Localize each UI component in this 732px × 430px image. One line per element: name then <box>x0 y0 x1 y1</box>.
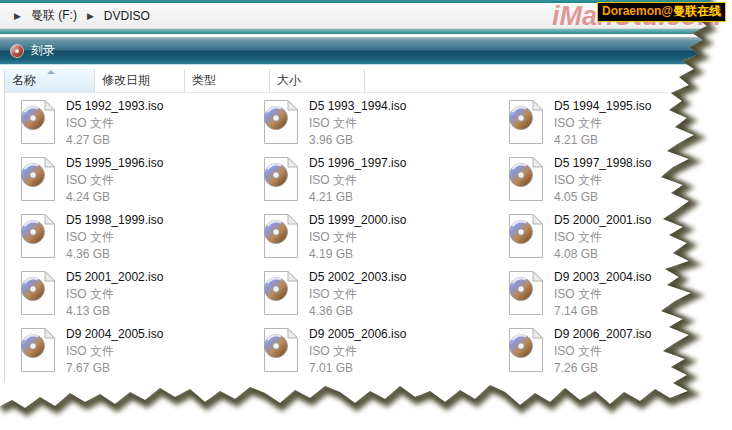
iso-file-icon <box>19 213 57 259</box>
file-item[interactable]: D5 1999_2000.iso ISO 文件 4.19 GB <box>262 211 507 268</box>
file-name: D5 1992_1993.iso <box>66 98 163 115</box>
iso-file-icon <box>507 156 545 202</box>
column-header-name[interactable]: 名称 <box>5 69 95 92</box>
file-type: ISO 文件 <box>309 172 406 189</box>
column-header-label: 大小 <box>277 72 301 89</box>
file-item[interactable]: D5 1994_1995.iso ISO 文件 4.21 GB <box>507 97 732 154</box>
explorer-window: ▶ 曼联 (F:) ▶ DVDISO 刻录 名称 修改日期 类型 <box>0 0 732 430</box>
file-name: D5 1997_1998.iso <box>554 155 651 172</box>
file-item[interactable]: D5 1993_1994.iso ISO 文件 3.96 GB <box>262 97 507 154</box>
iso-file-icon <box>262 327 300 373</box>
iso-file-icon <box>19 327 57 373</box>
file-name: D5 1998_1999.iso <box>66 212 163 229</box>
file-item[interactable]: D9 2003_2004.iso ISO 文件 7.14 GB <box>507 268 732 325</box>
file-name: D9 2005_2006.iso <box>309 326 406 343</box>
breadcrumb-item-drive[interactable]: 曼联 (F:) <box>28 5 80 26</box>
column-header-label: 类型 <box>192 72 216 89</box>
file-item[interactable]: D5 1996_1997.iso ISO 文件 4.21 GB <box>262 154 507 211</box>
file-item-text: D5 2001_2002.iso ISO 文件 4.13 GB <box>66 268 163 320</box>
file-size: 4.21 GB <box>309 189 406 206</box>
toolbar: 刻录 <box>0 37 732 65</box>
column-headers: 名称 修改日期 类型 大小 <box>5 69 732 93</box>
file-name: D5 2002_2003.iso <box>309 269 406 286</box>
file-size: 7.01 GB <box>309 360 406 377</box>
file-item[interactable]: D9 2004_2005.iso ISO 文件 7.67 GB <box>19 325 262 382</box>
file-item-text: D5 1995_1996.iso ISO 文件 4.24 GB <box>66 154 163 206</box>
file-type: ISO 文件 <box>309 115 406 132</box>
file-size: 4.05 GB <box>554 189 651 206</box>
burn-button[interactable]: 刻录 <box>31 42 55 59</box>
file-size: 4.08 GB <box>554 246 651 263</box>
watermark-badge-site: 曼联在线 <box>673 4 721 18</box>
file-item[interactable]: D5 2002_2003.iso ISO 文件 4.36 GB <box>262 268 507 325</box>
file-size: 7.26 GB <box>554 360 651 377</box>
file-type: ISO 文件 <box>554 172 651 189</box>
file-item-text: D5 1998_1999.iso ISO 文件 4.36 GB <box>66 211 163 263</box>
file-item[interactable]: D5 1997_1998.iso ISO 文件 4.05 GB <box>507 154 732 211</box>
file-type: ISO 文件 <box>554 229 651 246</box>
file-name: D5 1996_1997.iso <box>309 155 406 172</box>
file-item[interactable]: D5 2001_2002.iso ISO 文件 4.13 GB <box>19 268 262 325</box>
file-name: D5 1995_1996.iso <box>66 155 163 172</box>
file-type: ISO 文件 <box>66 229 163 246</box>
iso-file-icon <box>507 270 545 316</box>
iso-file-icon <box>19 270 57 316</box>
file-type: ISO 文件 <box>309 286 406 303</box>
watermark-badge: Doraemon@曼联在线 <box>597 2 726 22</box>
file-size: 4.19 GB <box>309 246 406 263</box>
file-type: ISO 文件 <box>66 115 163 132</box>
file-item-text: D5 2000_2001.iso ISO 文件 4.08 GB <box>554 211 651 263</box>
column-header-label: 名称 <box>12 72 36 89</box>
file-size: 4.21 GB <box>554 132 651 149</box>
iso-file-icon <box>262 99 300 145</box>
iso-file-icon <box>262 213 300 259</box>
iso-file-icon <box>19 156 57 202</box>
file-type: ISO 文件 <box>309 343 406 360</box>
column-header-label: 修改日期 <box>102 72 150 89</box>
file-type: ISO 文件 <box>66 286 163 303</box>
iso-file-icon <box>262 270 300 316</box>
column-header-size[interactable]: 大小 <box>270 69 365 92</box>
file-item[interactable]: D5 1995_1996.iso ISO 文件 4.24 GB <box>19 154 262 211</box>
file-name: D5 1999_2000.iso <box>309 212 406 229</box>
file-item-text: D5 1994_1995.iso ISO 文件 4.21 GB <box>554 97 651 149</box>
file-item-text: D5 1996_1997.iso ISO 文件 4.21 GB <box>309 154 406 206</box>
file-name: D9 2006_2007.iso <box>554 326 651 343</box>
file-size: 4.36 GB <box>309 303 406 320</box>
file-type: ISO 文件 <box>554 115 651 132</box>
file-list-panel: 名称 修改日期 类型 大小 D5 1992_1993.iso ISO 文件 4.… <box>4 69 732 382</box>
chevron-right-icon: ▶ <box>87 11 94 21</box>
file-size: 4.27 GB <box>66 132 163 149</box>
file-item[interactable]: D9 2006_2007.iso ISO 文件 7.26 GB <box>507 325 732 382</box>
file-item[interactable]: D5 2000_2001.iso ISO 文件 4.08 GB <box>507 211 732 268</box>
file-name: D5 1994_1995.iso <box>554 98 651 115</box>
file-type: ISO 文件 <box>66 172 163 189</box>
file-size: 4.13 GB <box>66 303 163 320</box>
burn-disc-icon <box>9 43 25 59</box>
file-type: ISO 文件 <box>309 229 406 246</box>
file-name: D5 2001_2002.iso <box>66 269 163 286</box>
column-header-date-modified[interactable]: 修改日期 <box>95 69 185 92</box>
file-size: 7.14 GB <box>554 303 651 320</box>
file-item-text: D5 1992_1993.iso ISO 文件 4.27 GB <box>66 97 163 149</box>
file-item[interactable]: D9 2005_2006.iso ISO 文件 7.01 GB <box>262 325 507 382</box>
file-name: D9 2004_2005.iso <box>66 326 163 343</box>
file-grid: D5 1992_1993.iso ISO 文件 4.27 GB D5 1993_… <box>5 93 732 382</box>
chevron-right-icon: ▶ <box>14 11 21 21</box>
file-item-text: D9 2006_2007.iso ISO 文件 7.26 GB <box>554 325 651 377</box>
file-name: D5 2000_2001.iso <box>554 212 651 229</box>
file-item-text: D5 1999_2000.iso ISO 文件 4.19 GB <box>309 211 406 263</box>
iso-file-icon <box>507 327 545 373</box>
file-type: ISO 文件 <box>554 343 651 360</box>
file-type: ISO 文件 <box>66 343 163 360</box>
iso-file-icon <box>507 213 545 259</box>
column-header-type[interactable]: 类型 <box>185 69 270 92</box>
breadcrumb-item-folder[interactable]: DVDISO <box>101 7 153 25</box>
iso-file-icon <box>262 156 300 202</box>
iso-file-icon <box>507 99 545 145</box>
file-item-text: D9 2004_2005.iso ISO 文件 7.67 GB <box>66 325 163 377</box>
file-item[interactable]: D5 1998_1999.iso ISO 文件 4.36 GB <box>19 211 262 268</box>
file-name: D5 1993_1994.iso <box>309 98 406 115</box>
file-size: 4.36 GB <box>66 246 163 263</box>
file-item[interactable]: D5 1992_1993.iso ISO 文件 4.27 GB <box>19 97 262 154</box>
